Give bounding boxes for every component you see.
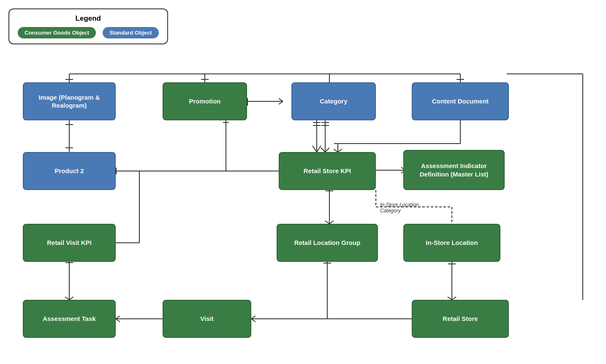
svg-line-58 xyxy=(329,221,334,224)
node-label-category: Category xyxy=(320,97,347,106)
node-label-promotion: Promotion xyxy=(189,97,221,106)
node-retail-store: Retail Store xyxy=(412,300,509,338)
node-promotion: Promotion xyxy=(163,82,247,120)
legend-standard-object: Standard Object xyxy=(103,27,158,38)
node-retail-store-kpi: Retail Store KPI xyxy=(279,152,376,190)
node-retail-location-group: Retail Location Group xyxy=(277,224,378,262)
node-label-content: Content Document xyxy=(432,97,489,106)
node-label-product2: Product 2 xyxy=(54,167,84,175)
svg-line-39 xyxy=(279,101,283,104)
svg-line-57 xyxy=(325,221,329,224)
node-assessment-task: Assessment Task xyxy=(23,300,116,338)
node-assessment-indicator: Assessment Indicator Definition (Master … xyxy=(403,150,505,190)
svg-line-17 xyxy=(317,146,321,152)
svg-line-65 xyxy=(448,297,452,300)
node-label-rs: Retail Store xyxy=(443,315,478,323)
svg-line-32 xyxy=(338,149,342,152)
node-label-rsk: Retail Store KPI xyxy=(304,167,351,175)
node-in-store-location: In-Store Location xyxy=(403,224,500,262)
svg-line-31 xyxy=(334,149,338,152)
node-label-at: Assessment Task xyxy=(43,315,96,323)
svg-line-75 xyxy=(69,297,73,300)
node-label-aid: Assessment Indicator Definition (Master … xyxy=(410,162,498,178)
node-label-isl: In-Store Location xyxy=(426,239,478,247)
legend-title: Legend xyxy=(18,14,159,23)
node-product2: Product 2 xyxy=(23,152,116,190)
svg-line-80 xyxy=(116,319,120,322)
node-category: Category xyxy=(291,82,376,120)
svg-line-85 xyxy=(251,319,255,322)
legend-box: Legend Consumer Goods Object Standard Ob… xyxy=(8,8,168,44)
svg-line-74 xyxy=(65,297,69,300)
node-label-image: Image (Planogram & Realogram) xyxy=(30,93,109,110)
svg-line-16 xyxy=(313,146,317,152)
diagram-container: Legend Consumer Goods Object Standard Ob… xyxy=(0,0,606,364)
svg-line-84 xyxy=(251,316,255,319)
node-image-planogram: Image (Planogram & Realogram) xyxy=(23,82,116,120)
node-content-document: Content Document xyxy=(412,82,509,120)
legend-consumer-goods: Consumer Goods Object xyxy=(18,27,96,38)
svg-line-66 xyxy=(452,297,456,300)
legend-items: Consumer Goods Object Standard Object xyxy=(18,27,159,38)
svg-line-79 xyxy=(116,316,120,319)
svg-line-23 xyxy=(325,148,329,152)
svg-line-22 xyxy=(321,148,325,152)
in-store-location-category-label: In-Store LocationCategory xyxy=(380,202,418,214)
node-label-rvk: Retail Visit KPI xyxy=(47,239,92,247)
node-label-visit: Visit xyxy=(200,315,213,323)
node-visit: Visit xyxy=(163,300,251,338)
node-label-rlg: Retail Location Group xyxy=(294,239,361,247)
svg-line-38 xyxy=(279,98,283,101)
node-retail-visit-kpi: Retail Visit KPI xyxy=(23,224,116,262)
